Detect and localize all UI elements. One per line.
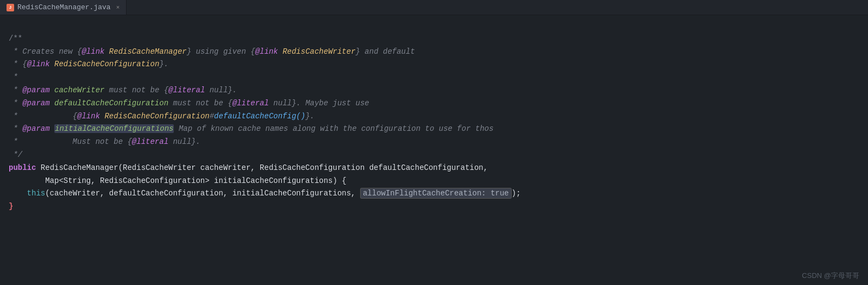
tab-filename: RedisCacheManager.java (17, 3, 111, 11)
java-file-icon: J (7, 4, 14, 11)
code-line: * {@link RedisCacheConfiguration#default… (9, 110, 868, 123)
code-line: * {@link RedisCacheConfiguration}. (9, 58, 868, 71)
code-line: * @param cacheWriter must not be {@liter… (9, 84, 868, 97)
code-line: * @param defaultCacheConfiguration must … (9, 97, 868, 110)
code-line: * (9, 71, 868, 84)
code-line: Map<String, RedisCacheConfiguration> ini… (9, 175, 868, 188)
tab-close-button[interactable]: × (116, 4, 120, 11)
code-line: * Must not be {@literal null}. (9, 136, 868, 149)
code-line: public RedisCacheManager(RedisCacheWrite… (9, 162, 868, 175)
tab-bar: J RedisCacheManager.java × (0, 0, 868, 15)
code-line: * @param initialCacheConfigurations Map … (9, 123, 868, 136)
tab-redis-cache-manager[interactable]: J RedisCacheManager.java × (0, 0, 127, 15)
code-line: * Creates new {@link RedisCacheManager} … (9, 46, 868, 59)
code-line: */ (9, 149, 868, 162)
code-line: this(cacheWriter, defaultCacheConfigurat… (9, 187, 868, 200)
watermark: CSDN @字母哥哥 (802, 271, 859, 281)
code-area: /** * Creates new {@link RedisCacheManag… (0, 15, 868, 218)
code-line: } (9, 200, 868, 213)
code-line: /** (9, 33, 868, 46)
